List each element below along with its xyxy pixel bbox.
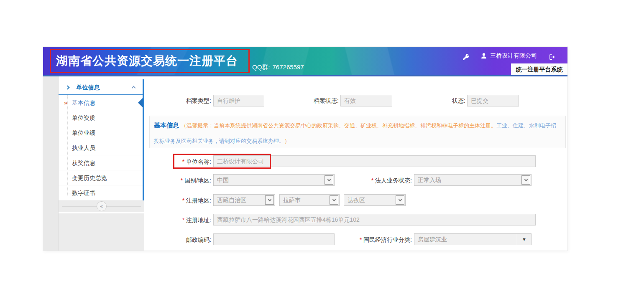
required-star: * <box>181 177 183 184</box>
sidebar-item-label: 数字证书 <box>72 190 95 196</box>
app-header: 湖南省公共资源交易统一注册平台 QQ群:767265597 三桥设计有限公司 统… <box>43 47 567 76</box>
system-tab[interactable]: 统一注册平台系统 <box>511 63 567 75</box>
qq-group-label: QQ群: <box>252 63 270 71</box>
archive-status-field[interactable]: 有效 <box>340 95 392 106</box>
sidebar-item-label: 基本信息 <box>72 99 95 106</box>
company-name-field[interactable]: 三桥设计有限公司 <box>213 155 536 167</box>
sidebar-filler <box>59 213 144 251</box>
logout-icon[interactable] <box>548 53 556 61</box>
collapse-sidebar-button[interactable]: « <box>97 201 107 211</box>
section-title: 基本信息 <box>154 122 179 129</box>
sidebar-item-practitioners[interactable]: 执业人员 <box>59 140 143 155</box>
left-gutter <box>43 76 59 251</box>
archive-type-label: 档案类型: <box>144 95 211 106</box>
required-star: * <box>182 158 184 165</box>
active-item-marker-icon: » <box>64 95 67 110</box>
sidebar-item-unit-qualification[interactable]: 单位资质 <box>59 110 143 125</box>
sidebar-group-title: 单位信息 <box>76 84 100 91</box>
page-title: 湖南省公共资源交易统一注册平台 <box>56 53 238 69</box>
district-select[interactable]: 达孜区 <box>344 194 406 206</box>
sidebar-item-label: 获奖信息 <box>72 160 95 166</box>
chevron-up-icon <box>132 86 136 90</box>
legal-status-label: *法人业务状态: <box>345 174 412 187</box>
dropdown-arrow-icon <box>521 175 530 185</box>
sidebar-item-basic-info[interactable]: » 基本信息 <box>59 95 143 110</box>
province-select[interactable]: 西藏自治区 <box>213 194 275 206</box>
chevron-right-icon <box>66 86 70 90</box>
required-star: * <box>360 236 362 243</box>
status-label: 状态: <box>399 95 465 106</box>
main-content: 档案类型: 自行维护 档案状态: 有效 状态: 已提交 基本信息（温馨提示：当前… <box>144 76 567 251</box>
sidebar-item-label: 变更历史总览 <box>72 175 107 181</box>
archive-status-label: 档案状态: <box>272 95 339 106</box>
section-tip-close: ） <box>284 138 290 144</box>
sidebar-item-unit-performance[interactable]: 单位业绩 <box>59 125 143 140</box>
country-label: *国别/地区: <box>144 174 211 187</box>
sidebar: 单位信息 » 基本信息 单位资质 单位业绩 <box>59 76 144 251</box>
user-icon <box>480 53 488 60</box>
postal-code-field[interactable] <box>213 233 335 245</box>
qq-group-info: QQ群:767265597 <box>252 63 304 71</box>
required-star: * <box>371 177 373 184</box>
dropdown-arrow-icon <box>325 175 333 185</box>
sidebar-item-change-history[interactable]: 变更历史总览 <box>59 170 143 185</box>
required-star: * <box>182 217 184 223</box>
basic-info-section-header: 基本信息（温馨提示：当前本系统提供湖南省公共资源交易中心的政府采购、交通、矿业权… <box>149 116 566 148</box>
city-select[interactable]: 拉萨市 <box>279 194 340 206</box>
key-icon[interactable] <box>462 53 470 61</box>
country-select[interactable]: 中国 <box>213 174 335 186</box>
region-label: *注册地区: <box>144 194 211 207</box>
user-menu[interactable]: 三桥设计有限公司 <box>480 52 537 60</box>
user-company-name: 三桥设计有限公司 <box>490 52 537 60</box>
sidebar-item-label: 单位资质 <box>72 114 95 121</box>
company-name-label: *单位名称: <box>144 155 211 168</box>
industry-select[interactable]: 房屋建筑业 ▼ <box>414 233 532 245</box>
address-label: *注册地址: <box>144 214 211 226</box>
status-field[interactable]: 已提交 <box>467 95 519 106</box>
dropdown-arrow-icon <box>265 195 274 205</box>
archive-type-field[interactable]: 自行维护 <box>213 95 264 106</box>
sidebar-item-label: 单位业绩 <box>72 129 95 136</box>
sidebar-menu-block: 单位信息 » 基本信息 单位资质 单位业绩 <box>59 79 144 200</box>
qq-group-number: 767265597 <box>273 63 304 71</box>
sidebar-group-unit-info[interactable]: 单位信息 <box>59 79 143 95</box>
address-field[interactable]: 西藏拉萨市八一路哈达滨河花园西区五排4栋16单元102 <box>213 214 536 226</box>
legal-status-select[interactable]: 正常入场 <box>414 174 532 186</box>
required-star: * <box>182 197 184 204</box>
sidebar-item-label: 执业人员 <box>72 144 95 151</box>
postal-code-label: 邮政编码: <box>144 233 211 246</box>
app-window: 湖南省公共资源交易统一注册平台 QQ群:767265597 三桥设计有限公司 统… <box>43 47 567 251</box>
page-background: 湖南省公共资源交易统一注册平台 QQ群:767265597 三桥设计有限公司 统… <box>0 0 644 299</box>
section-tip-orange: （温馨提示：当前本系统提供湖南省公共资源交易中心的政府采购、交通、矿业权、补充耕… <box>181 122 496 129</box>
industry-label: *国民经济行业分类: <box>332 233 412 246</box>
title-annotation-box: 湖南省公共资源交易统一注册平台 <box>50 49 250 73</box>
dropdown-caret-icon: ▼ <box>517 234 531 245</box>
sidebar-item-digital-certificate[interactable]: 数字证书 <box>59 185 143 200</box>
sidebar-item-awards[interactable]: 获奖信息 <box>59 155 143 170</box>
dropdown-arrow-icon <box>396 195 404 205</box>
sidebar-collapse-bar: « <box>59 200 144 212</box>
sidebar-menu: » 基本信息 单位资质 单位业绩 执业人员 获奖信息 <box>59 95 143 200</box>
dropdown-arrow-icon <box>330 195 338 205</box>
